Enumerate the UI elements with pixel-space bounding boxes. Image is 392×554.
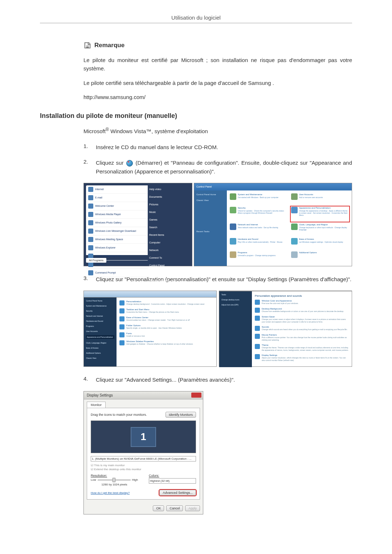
os-line: Microsoft® Windows Vista™, système d'exp… bbox=[83, 127, 352, 134]
section-heading: Installation du pilote de moniteur (manu… bbox=[40, 112, 352, 120]
close-icon[interactable] bbox=[191, 393, 201, 398]
panel-side-item[interactable]: Programs bbox=[86, 325, 114, 327]
personalize-row[interactable]: Taskbar and Start MenuCustomize the Star… bbox=[119, 308, 213, 313]
step-2-num: 2. bbox=[83, 159, 96, 176]
chk-main-monitor[interactable]: ☑ This is my main monitor bbox=[91, 464, 196, 467]
step-1-text: Insérez le CD du manuel dans le lecteur … bbox=[96, 143, 352, 151]
control-panel-addressbar[interactable]: Control Panel bbox=[194, 183, 352, 190]
start-side[interactable]: Recent Items bbox=[148, 231, 190, 239]
appearance-panel: Control Panel Home System and Maintenanc… bbox=[83, 291, 217, 367]
slider-low: Low bbox=[91, 478, 96, 481]
panel-side-item[interactable]: Additional Options bbox=[86, 352, 114, 354]
help-link[interactable]: How do I get the best display? bbox=[91, 491, 130, 495]
ok-button[interactable]: OK bbox=[153, 505, 164, 511]
panel-side-item[interactable]: Classic View bbox=[86, 357, 114, 359]
step-1: 1. Insérez le CD du manuel dans le lecte… bbox=[83, 143, 352, 151]
resolution-slider[interactable] bbox=[98, 479, 131, 481]
start-side[interactable]: Help video bbox=[148, 185, 190, 193]
panel-side-item[interactable]: Network and Internet bbox=[86, 315, 114, 317]
cp-cat-hardware[interactable]: Hardware and SoundPlay CDs or other medi… bbox=[230, 238, 287, 250]
panel-side-item-appearance[interactable]: Appearance and Personalization bbox=[86, 335, 114, 339]
start-item[interactable]: E-mail bbox=[95, 196, 102, 199]
advanced-settings-button[interactable]: Advanced Settings... bbox=[159, 490, 196, 496]
cp-cat-network[interactable]: Network and InternetView network status … bbox=[230, 223, 287, 236]
personalize-row-mouse[interactable]: Mouse PointersPick a different mouse poi… bbox=[255, 334, 349, 341]
identify-monitors-button[interactable]: Identify Monitors bbox=[166, 412, 196, 418]
chk-extend-desktop[interactable]: ☑ Extend the desktop onto this monitor bbox=[91, 468, 196, 471]
colors-select[interactable]: Highest (32 bit) bbox=[149, 478, 196, 484]
slider-high: High bbox=[132, 478, 138, 481]
panel-side-item[interactable]: Ease of Access bbox=[86, 347, 114, 349]
header-rule bbox=[40, 23, 352, 23]
start-item[interactable]: Welcome Center bbox=[95, 205, 114, 207]
personalize-row[interactable]: Windows Sidebar PropertiesAdd gadgets to… bbox=[119, 340, 213, 345]
monitor-1[interactable]: 1 bbox=[131, 427, 156, 447]
cp-cat-security[interactable]: SecurityCheck for updates · Check this c… bbox=[230, 207, 287, 221]
page-header-title: Utilisation du logiciel bbox=[40, 15, 352, 21]
personalize-row-color[interactable]: Window Color and AppearanceFine tune the… bbox=[255, 300, 349, 305]
cp-left-item[interactable]: Classic View bbox=[196, 199, 225, 201]
screenshot-display-settings: Display Settings Monitor Drag the icons … bbox=[83, 391, 352, 514]
cp-cat-additional[interactable]: Additional Options bbox=[291, 251, 349, 263]
windows-start-icon bbox=[126, 160, 133, 167]
cp-cat-appearance[interactable]: Appearance and PersonalizationChange the… bbox=[291, 207, 349, 221]
start-item[interactable]: Command Prompt bbox=[95, 271, 116, 274]
start-side[interactable]: Documents bbox=[148, 193, 190, 201]
personalize-row-display[interactable]: Display SettingsAdjust your monitor reso… bbox=[255, 354, 349, 361]
start-side[interactable]: Computer bbox=[148, 239, 190, 246]
start-side[interactable]: Network bbox=[148, 246, 190, 254]
start-item[interactable]: Windows Media Player bbox=[95, 213, 121, 216]
personalize-row-sounds[interactable]: SoundsChange which sounds are heard when… bbox=[255, 326, 349, 331]
os-prefix: Microsoft bbox=[83, 128, 106, 134]
panel-addressbar[interactable] bbox=[84, 291, 216, 297]
all-programs[interactable]: All Programs bbox=[86, 258, 106, 263]
start-side[interactable]: Pictures bbox=[148, 201, 190, 208]
screenshot-personalization: Control Panel Home System and Maintenanc… bbox=[83, 291, 352, 367]
personalize-row[interactable]: PersonalizationChange desktop background… bbox=[119, 300, 213, 305]
apply-button[interactable]: Apply bbox=[185, 505, 200, 511]
step-2-text: Cliquez sur (Démarrer) et "Panneau de co… bbox=[96, 159, 352, 176]
start-item[interactable]: Windows Live Messenger Download bbox=[95, 230, 136, 232]
control-panel-window: Control Panel Control Panel Home Classic… bbox=[194, 183, 352, 266]
start-side[interactable]: Search bbox=[148, 223, 190, 231]
cp-cat-clock[interactable]: Clock, Language, and RegionChange keyboa… bbox=[291, 223, 349, 236]
personalize-row-bg[interactable]: Desktop BackgroundChoose from available … bbox=[255, 308, 349, 313]
start-item[interactable]: Windows Explorer bbox=[95, 246, 115, 249]
start-side[interactable]: Help and Support bbox=[148, 277, 190, 284]
start-item[interactable]: Internet bbox=[95, 188, 104, 190]
panel-side-item[interactable]: Adjust font size (DPI) bbox=[221, 304, 250, 306]
panel-side-item[interactable]: Tasks bbox=[221, 294, 250, 296]
resolution-label: Resolution: bbox=[91, 474, 138, 477]
cancel-button[interactable]: Cancel bbox=[166, 505, 183, 511]
personalize-row-theme[interactable]: ThemeChange the theme. Themes can change… bbox=[255, 344, 349, 351]
start-item[interactable]: Windows Photo Gallery bbox=[95, 221, 122, 224]
step-2-text-b: (Démarrer) et "Panneau de configuration"… bbox=[96, 160, 352, 174]
panel-side-item[interactable]: System and Maintenance bbox=[86, 305, 114, 307]
os-mid: Windows Vista bbox=[109, 128, 146, 134]
cp-cat-programs[interactable]: ProgramsUninstall a program · Change sta… bbox=[230, 251, 287, 263]
personalize-row[interactable]: FontsInstall or remove a font bbox=[119, 332, 213, 337]
step-4: 4. Cliquez sur "Advanced Settings... (Pa… bbox=[83, 376, 352, 384]
start-item[interactable]: Windows Meeting Space bbox=[95, 238, 123, 241]
drag-label: Drag the icons to match your monitors. bbox=[91, 413, 147, 416]
personalize-row-saver[interactable]: Screen SaverChange your screen saver or … bbox=[255, 316, 349, 323]
dialog-title: Display Settings bbox=[87, 393, 113, 397]
panel-side-item[interactable]: User Accounts bbox=[86, 330, 114, 332]
monitor-layout-area[interactable]: 1 bbox=[91, 420, 196, 453]
cp-left-item[interactable]: Control Panel Home bbox=[196, 193, 225, 196]
panel-side-item[interactable]: Security bbox=[86, 310, 114, 312]
panel-side-item[interactable]: Hardware and Sound bbox=[86, 320, 114, 322]
tab-monitor[interactable]: Monitor bbox=[87, 402, 106, 408]
monitor-select[interactable]: 1. (Multiple Monitors) on NVIDIA GeForce… bbox=[91, 456, 196, 461]
start-side[interactable]: Games bbox=[148, 216, 190, 223]
panel-side-item[interactable]: Control Panel Home bbox=[86, 300, 114, 302]
panel-side-item[interactable]: Change desktop icons bbox=[221, 299, 250, 301]
panel-side-item[interactable]: Clock, Language, Region bbox=[86, 342, 114, 344]
cp-cat-users[interactable]: User AccountsAdd or remove user accounts bbox=[291, 193, 349, 205]
cp-cat-system[interactable]: System and MaintenanceGet started with W… bbox=[230, 193, 287, 205]
cp-cat-ease[interactable]: Ease of AccessLet Windows suggest settin… bbox=[291, 238, 349, 250]
personalize-row[interactable]: Folder OptionsSpecify single- or double-… bbox=[119, 324, 213, 329]
personalize-row[interactable]: Ease of Access CenterAccommodate low vis… bbox=[119, 316, 213, 321]
start-side[interactable]: Default Programs bbox=[148, 269, 190, 277]
start-side[interactable]: Music bbox=[148, 208, 190, 216]
